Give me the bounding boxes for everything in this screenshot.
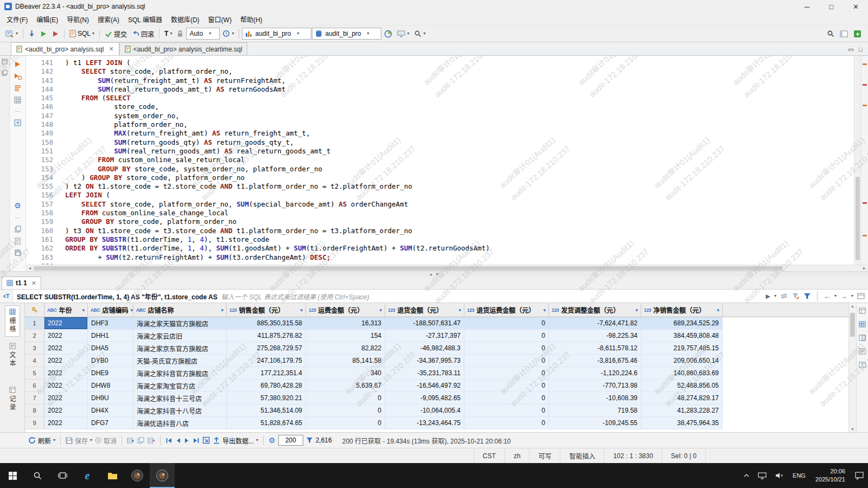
grid-cell[interactable]: 0: [306, 404, 385, 417]
grid-cell[interactable]: 16,313: [306, 317, 385, 330]
grid-cell[interactable]: 340: [306, 367, 385, 380]
refresh-button[interactable]: 刷新 ▾: [28, 436, 55, 445]
grid-cell[interactable]: 0: [464, 417, 549, 429]
grid-cell[interactable]: 275,268,729.57: [227, 342, 306, 355]
search-menu-button[interactable]: ▾: [412, 28, 427, 39]
grid-cell[interactable]: DH9U: [88, 392, 133, 404]
grid-cell[interactable]: 0: [464, 317, 549, 330]
calc-panel-icon[interactable]: [859, 362, 866, 368]
row-number[interactable]: 9: [25, 417, 44, 429]
grid-cell[interactable]: 0: [306, 417, 385, 429]
grid-cell[interactable]: -8,611,578.12: [549, 342, 641, 355]
column-header[interactable]: ABC年份▾: [44, 303, 88, 317]
grid-cell[interactable]: 海澜优选抖音八店: [133, 417, 227, 429]
grid-cell[interactable]: DHA5: [88, 342, 133, 355]
grid-cell[interactable]: 219,757,485.15: [641, 342, 723, 355]
grid-cell[interactable]: 海澜之家抖音官方旗舰店: [133, 367, 227, 380]
filters-menu-icon[interactable]: [803, 293, 811, 300]
grid-cell[interactable]: DFG7: [88, 417, 133, 429]
column-header[interactable]: ABC店铺编码▾: [88, 303, 133, 317]
grid-mode-icon[interactable]: [14, 97, 21, 104]
column-header[interactable]: 123运费金额（元）▾: [306, 303, 385, 317]
execute-statement-icon[interactable]: [38, 29, 49, 39]
menu-item[interactable]: 导航(N): [62, 14, 93, 25]
tray-chevron-icon[interactable]: [739, 463, 754, 488]
minimize-view-icon[interactable]: ▭: [848, 46, 853, 53]
grid-cell[interactable]: 2022: [44, 417, 88, 429]
grid-cell[interactable]: -7,624,471.82: [549, 317, 641, 330]
ie-icon[interactable]: e: [75, 463, 100, 488]
grid-cell[interactable]: 2022: [44, 392, 88, 404]
open-view-icon[interactable]: [853, 30, 861, 38]
grid-cell[interactable]: 719.58: [549, 404, 641, 417]
settings-gear-icon[interactable]: ⚙: [14, 201, 21, 210]
grid-cell[interactable]: 69,780,428.28: [227, 380, 306, 392]
volume-icon[interactable]: [771, 463, 788, 488]
grid-cell[interactable]: 海澜之家抖音十八号店: [133, 404, 227, 417]
grid-cell[interactable]: -10,608.39: [549, 392, 641, 404]
row-number[interactable]: 2: [25, 330, 44, 342]
grid-cell[interactable]: 247,106,179.75: [227, 355, 306, 367]
duplicate-row-icon[interactable]: [137, 437, 145, 444]
editor-code[interactable]: ) t1 LEFT JOIN ( SELECT store_code, plat…: [60, 56, 854, 265]
row-number[interactable]: 7: [25, 392, 44, 404]
grid-cell[interactable]: 2022: [44, 342, 88, 355]
grid-cell[interactable]: DHH1: [88, 330, 133, 342]
row-number[interactable]: 6: [25, 380, 44, 392]
grid-cell[interactable]: 154: [306, 330, 385, 342]
grid-cell[interactable]: -770,713.98: [549, 380, 641, 392]
pinned-app-icon[interactable]: [125, 463, 150, 488]
column-header[interactable]: 123净销售金额（元）▾: [641, 303, 723, 317]
execute-script-icon[interactable]: [50, 29, 61, 39]
grid-cell[interactable]: -98,225.34: [549, 330, 641, 342]
grid-cell[interactable]: -16,546,497.92: [385, 380, 464, 392]
grid-cell[interactable]: -27,317,397: [385, 330, 464, 342]
close-tab-icon[interactable]: ✕: [108, 46, 113, 53]
grid-cell[interactable]: 57,380,920.21: [227, 392, 306, 404]
sql-menu-button[interactable]: SQL ▾: [67, 28, 97, 39]
grid-cell[interactable]: -9,095,482.65: [385, 392, 464, 404]
value-panel-icon[interactable]: [859, 335, 866, 341]
row-number[interactable]: 1: [25, 317, 44, 330]
collapse-up-icon[interactable]: ▲: [429, 272, 433, 276]
grid-cell[interactable]: DHW8: [88, 380, 133, 392]
delete-row-icon[interactable]: [148, 437, 155, 444]
sql-editor[interactable]: 1411421431441451461471481491501511521531…: [26, 56, 868, 265]
perspective-icon[interactable]: [840, 30, 848, 37]
language-indicator[interactable]: ENG: [788, 463, 810, 488]
history-back-menu-icon[interactable]: ▾: [834, 294, 837, 298]
prev-page-icon[interactable]: [175, 437, 181, 444]
history-forward-menu-icon[interactable]: ▾: [851, 294, 853, 298]
tab-analysis-sql[interactable]: <audit_bi_pro> analysis.sql ✕: [11, 42, 119, 55]
filter-history-icon[interactable]: ▾: [774, 294, 776, 298]
last-page-icon[interactable]: [193, 437, 200, 444]
grid-cell[interactable]: 689,234,525.29: [641, 317, 723, 330]
column-header[interactable]: ABC店铺名称▾: [133, 303, 227, 317]
new-tab-icon[interactable]: [857, 293, 865, 299]
grid-cell[interactable]: 0: [464, 355, 549, 367]
row-number[interactable]: 4: [25, 355, 44, 367]
grid-cell[interactable]: DHE9: [88, 367, 133, 380]
save-button[interactable]: 保存 ▾: [66, 436, 92, 445]
edit-filter-icon[interactable]: [792, 293, 800, 300]
menu-item[interactable]: 文件(F): [2, 14, 32, 25]
menu-item[interactable]: 数据库(D): [167, 14, 204, 25]
row-number[interactable]: 5: [25, 367, 44, 380]
execute-query-icon[interactable]: [14, 61, 21, 68]
grid-cell[interactable]: 384,459,808.48: [641, 330, 723, 342]
execute-script-icon[interactable]: [14, 73, 22, 80]
grid-cell[interactable]: 天猫-英氏官方旗舰店: [133, 355, 227, 367]
quick-search-icon[interactable]: [827, 30, 834, 37]
grid-cell[interactable]: 海澜之家淘宝官方店: [133, 380, 227, 392]
network-icon[interactable]: [754, 463, 771, 488]
task-view-icon[interactable]: [50, 463, 75, 488]
grid-view-tab[interactable]: 栅格: [5, 305, 20, 337]
fetch-size-input[interactable]: [278, 435, 303, 446]
grid-cell[interactable]: 38,475,964.35: [641, 417, 723, 429]
record-mode-tab[interactable]: 记录: [5, 383, 20, 415]
schema-select[interactable]: audit_bi_pro ▾: [312, 28, 381, 40]
grid-settings-gear-icon[interactable]: ⚙: [269, 436, 276, 445]
grid-cell[interactable]: 82,822: [306, 342, 385, 355]
grid-cell[interactable]: 0: [306, 392, 385, 404]
text-view-tab[interactable]: 文本: [5, 339, 20, 371]
